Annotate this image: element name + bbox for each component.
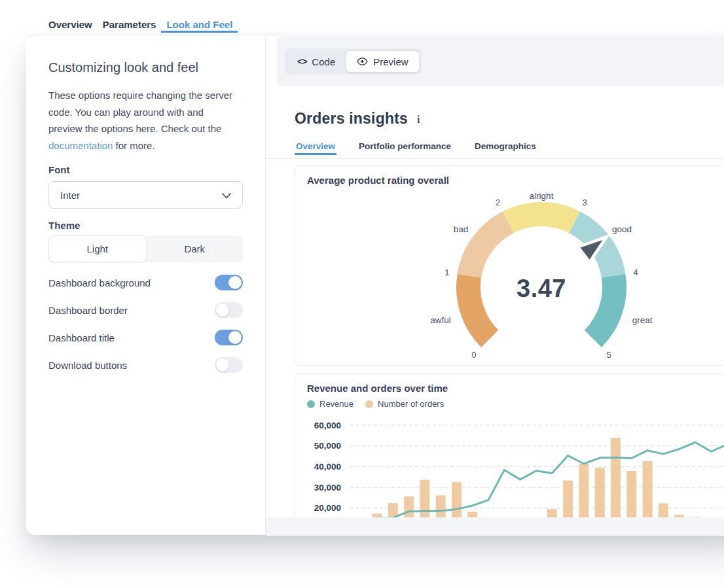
revenue-chart-svg: 60,00050,00040,00030,00020,000: [295, 413, 724, 517]
toggle-row-dashboard-border: Dashboard border: [48, 302, 243, 318]
revenue-chart[interactable]: 60,00050,00040,00030,00020,000: [295, 413, 724, 517]
gauge-segment-label-bad: bad: [454, 224, 469, 233]
theme-option-light[interactable]: Light: [48, 235, 147, 262]
code-button[interactable]: <> Code: [287, 50, 346, 73]
y-axis-tick-label: 50,000: [314, 441, 341, 451]
gauge-tick-4: 4: [634, 268, 638, 277]
toggle-switch-dashboard-background[interactable]: [215, 275, 243, 290]
orders-bar: [579, 464, 588, 517]
y-axis-tick-label: 60,000: [314, 421, 341, 430]
legend-dot-number-of-orders: [365, 400, 373, 408]
gauge-segment-awful: [469, 276, 490, 339]
preview-pane: <> Code Preview Orders insights i Overvi…: [266, 35, 724, 535]
toggle-row-dashboard-title: Dashboard title: [48, 330, 243, 345]
gauge-segment-great: [593, 276, 615, 339]
toggle-switch-download-buttons[interactable]: [215, 357, 243, 373]
description-text: These options require changing the serve…: [48, 90, 232, 134]
panel-heading: Customizing look and feel: [48, 60, 198, 75]
orders-bar: [563, 481, 573, 517]
dashboard-tab-bar: OverviewPortfolio performanceDemographic…: [295, 141, 537, 155]
revenue-card-title: Revenue and orders over time: [307, 383, 448, 394]
font-select-value: Inter: [60, 190, 80, 201]
font-select[interactable]: Inter: [48, 181, 243, 209]
theme-label: Theme: [48, 220, 80, 231]
orders-bar: [467, 512, 477, 517]
revenue-card: Revenue and orders over time RevenueNumb…: [295, 373, 724, 517]
gauge-svg: [295, 166, 724, 366]
gauge-tick-3: 3: [583, 197, 587, 207]
toggle-knob: [216, 303, 229, 317]
y-axis-tick-label: 30,000: [314, 483, 341, 493]
orders-bar: [659, 504, 668, 517]
preview-button[interactable]: Preview: [346, 50, 419, 73]
y-axis-tick-label: 40,000: [314, 462, 341, 472]
dashboard-tab-divider: [266, 158, 724, 159]
preview-button-label: Preview: [373, 56, 408, 67]
description-text-end: for more.: [113, 140, 154, 151]
tab-look-and-feel[interactable]: Look and Feel: [161, 16, 238, 33]
orders-bar: [404, 496, 414, 517]
toggle-row-download-buttons: Download buttons: [48, 357, 243, 373]
font-label: Font: [48, 164, 69, 175]
orders-bar: [643, 461, 653, 517]
theme-toggle-group: LightDark: [48, 235, 243, 262]
legend-label: Number of orders: [378, 399, 444, 409]
code-icon: <>: [297, 56, 306, 67]
gauge-segment-label-awful: awful: [430, 315, 451, 325]
orders-bar: [595, 468, 605, 517]
toggle-row-dashboard-background: Dashboard background: [48, 275, 243, 290]
gauge-card: Average product rating overall 012345awf…: [295, 165, 724, 366]
dashboard-tab-portfolio-performance[interactable]: Portfolio performance: [357, 141, 452, 155]
toggle-switch-dashboard-border[interactable]: [215, 302, 243, 318]
y-axis-tick-label: 20,000: [314, 503, 341, 513]
gauge-value: 3.47: [516, 275, 566, 303]
gauge-segment-label-alright: alright: [530, 191, 554, 201]
toggle-knob: [228, 276, 242, 289]
legend-dot-revenue: [307, 400, 315, 408]
gauge-segment-alright: [508, 215, 574, 222]
dashboard-tab-overview[interactable]: Overview: [295, 141, 336, 155]
main-card: Customizing look and feel These options …: [26, 35, 724, 535]
gauge-tick-0: 0: [471, 350, 476, 360]
eye-icon: [357, 56, 368, 67]
toggle-label: Dashboard title: [48, 332, 115, 343]
theme-option-dark[interactable]: Dark: [147, 235, 244, 262]
orders-bar: [436, 495, 446, 517]
dashboard-title: Orders insights: [295, 110, 408, 128]
chevron-down-icon: [222, 190, 231, 201]
toggle-list: Dashboard backgroundDashboard borderDash…: [48, 275, 243, 385]
toggle-label: Dashboard background: [48, 277, 151, 288]
top-tab-bar: OverviewParametersLook and Feel: [43, 16, 238, 33]
gauge-tick-2: 2: [496, 197, 500, 207]
info-icon[interactable]: i: [417, 114, 420, 126]
legend-item-number-of-orders: Number of orders: [365, 399, 444, 409]
toggle-knob: [228, 331, 242, 344]
gauge-tick-1: 1: [444, 268, 449, 277]
gauge-chart[interactable]: 012345awfulbadalrightgoodgreat: [295, 166, 724, 365]
panel-description: These options require changing the serve…: [48, 87, 238, 154]
legend-label: Revenue: [319, 399, 353, 409]
tab-overview[interactable]: Overview: [43, 16, 98, 33]
toggle-knob: [216, 358, 229, 372]
gauge-segment-label-good: good: [612, 224, 632, 233]
toggle-switch-dashboard-title[interactable]: [215, 330, 243, 345]
gauge-segment-label-great: great: [632, 315, 653, 325]
settings-panel: Customizing look and feel These options …: [26, 35, 266, 535]
dashboard-tab-demographics[interactable]: Demographics: [473, 141, 537, 155]
toggle-label: Dashboard border: [48, 305, 128, 316]
tab-parameters[interactable]: Parameters: [98, 16, 162, 33]
orders-bar: [452, 482, 462, 517]
code-button-label: Code: [312, 56, 335, 67]
gauge-tick-5: 5: [607, 350, 611, 360]
orders-bar: [388, 503, 398, 517]
chart-legend: RevenueNumber of orders: [307, 399, 444, 409]
orders-bar: [547, 509, 557, 517]
orders-bar: [626, 471, 636, 517]
dashboard-preview: Orders insights i OverviewPortfolio perf…: [266, 86, 724, 517]
documentation-link[interactable]: documentation: [48, 140, 113, 151]
toggle-label: Download buttons: [48, 360, 127, 371]
toolbar-strip: <> Code Preview: [277, 36, 724, 86]
view-toggle: <> Code Preview: [285, 48, 422, 75]
legend-item-revenue: Revenue: [307, 399, 353, 409]
gauge-segment-bad: [469, 222, 509, 276]
